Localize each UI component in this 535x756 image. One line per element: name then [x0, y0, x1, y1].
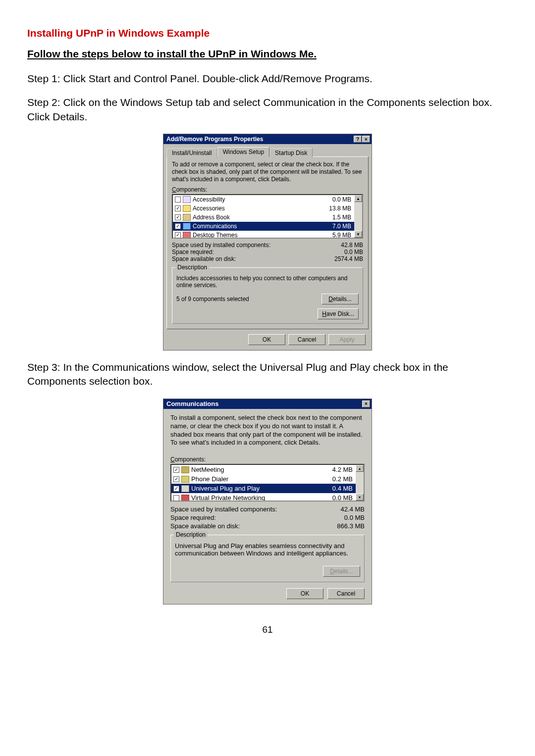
stat-label: Space available on disk: — [170, 522, 240, 530]
components-label: Components: — [170, 456, 365, 463]
subtitle: Follow the steps below to install the UP… — [27, 48, 508, 60]
scrollbar[interactable]: ▴ ▾ — [356, 465, 364, 501]
selected-count: 5 of 9 components selected — [176, 296, 249, 302]
item-name: Address Book — [193, 214, 332, 221]
netmeeting-icon — [181, 466, 189, 473]
close-button[interactable]: × — [362, 401, 370, 407]
stat-label: Space required: — [172, 249, 214, 255]
scrollbar[interactable]: ▲ ▼ — [354, 195, 362, 238]
dialog-buttons: OK Cancel Apply — [163, 332, 372, 350]
step-2: Step 2: Click on the Windows Setup tab a… — [27, 96, 508, 124]
checkbox[interactable] — [173, 476, 179, 482]
description-text: Includes accessories to help you connect… — [176, 275, 359, 289]
checkbox[interactable] — [173, 467, 179, 473]
folder-icon — [183, 205, 191, 212]
checkbox[interactable] — [173, 495, 179, 501]
components-listbox[interactable]: NetMeeting 4.2 MB Phone Dialer 0.2 MB Un… — [170, 464, 365, 502]
themes-icon — [183, 232, 191, 238]
help-button[interactable]: ? — [354, 136, 362, 143]
space-stats: Space used by installed components:42.4 … — [170, 505, 365, 530]
item-name: NetMeeting — [191, 466, 332, 473]
item-size: 0.0 MB — [332, 196, 352, 203]
scroll-down-button[interactable]: ▼ — [354, 231, 362, 238]
stat-value: 866.3 MB — [337, 522, 365, 530]
scroll-track[interactable] — [356, 472, 364, 494]
list-item[interactable]: Desktop Themes 5.9 MB — [173, 231, 354, 238]
globe-icon — [183, 223, 191, 230]
checkbox[interactable] — [175, 205, 181, 211]
step-3: Step 3: In the Communications window, se… — [27, 360, 508, 389]
item-size: 4.2 MB — [332, 466, 354, 473]
description-legend: Description — [175, 264, 209, 271]
description-text: Universal Plug and Play enables seamless… — [175, 542, 360, 557]
step-1: Step 1: Click Start and Control Panel. D… — [27, 72, 508, 86]
titlebar[interactable]: Communications × — [163, 399, 372, 409]
item-size: 1.5 MB — [332, 214, 352, 221]
item-size: 13.8 MB — [329, 205, 352, 212]
item-name: Accessibility — [193, 196, 332, 203]
stat-label: Space used by installed components: — [170, 505, 277, 513]
item-name: Communications — [193, 223, 332, 230]
stat-value: 0.0 MB — [344, 249, 363, 255]
tab-startup-disk[interactable]: Startup Disk — [269, 148, 313, 157]
instructions: To add or remove a component, select or … — [172, 161, 363, 183]
checkbox[interactable] — [175, 214, 181, 220]
list-item[interactable]: Virtual Private Networking 0.0 MB — [171, 493, 356, 501]
description-legend: Description — [174, 531, 208, 538]
components-listbox[interactable]: Accessibility 0.0 MB Accessories 13.8 MB… — [172, 194, 363, 239]
scroll-track[interactable] — [354, 202, 362, 231]
item-name: Virtual Private Networking — [191, 494, 332, 501]
checkbox[interactable] — [175, 197, 181, 202]
tab-windows-setup[interactable]: Windows Setup — [217, 147, 269, 157]
tab-panel: To add or remove a component, select or … — [166, 156, 369, 329]
list-item[interactable]: Universal Plug and Play 0.4 MB — [171, 484, 356, 493]
item-name: Accessories — [193, 205, 329, 212]
item-name: Universal Plug and Play — [191, 485, 332, 492]
upnp-icon — [181, 485, 189, 492]
ok-button[interactable]: OK — [248, 334, 285, 345]
stat-label: Space used by installed components: — [172, 242, 270, 249]
close-button[interactable]: × — [362, 136, 370, 143]
description-group: Description Universal Plug and Play enab… — [170, 535, 365, 582]
titlebar[interactable]: Add/Remove Programs Properties ? × — [163, 134, 372, 144]
components-label: Components: — [172, 186, 363, 193]
description-group: Description Includes accessories to help… — [172, 267, 363, 324]
item-size: 0.4 MB — [332, 485, 354, 492]
cancel-button[interactable]: Cancel — [327, 588, 365, 599]
scroll-down-button[interactable]: ▾ — [356, 494, 364, 501]
cancel-button[interactable]: Cancel — [288, 334, 325, 345]
list-item[interactable]: Phone Dialer 0.2 MB — [171, 474, 356, 484]
page-number: 61 — [27, 624, 508, 635]
add-remove-dialog: Add/Remove Programs Properties ? × Insta… — [163, 134, 372, 351]
space-stats: Space used by installed components:42.8 … — [172, 242, 363, 262]
details-button[interactable]: Details... — [321, 294, 359, 304]
item-size: 0.0 MB — [332, 494, 354, 501]
details-button[interactable]: Details... — [323, 566, 360, 577]
communications-dialog: Communications × To install a component,… — [163, 399, 372, 605]
apply-button[interactable]: Apply — [328, 334, 366, 345]
checkbox[interactable] — [175, 232, 181, 238]
tab-install-uninstall[interactable]: Install/Uninstall — [166, 148, 217, 157]
ok-button[interactable]: OK — [286, 588, 323, 599]
item-size: 7.0 MB — [332, 223, 352, 230]
stat-label: Space available on disk: — [172, 255, 236, 262]
checkbox[interactable] — [173, 486, 179, 492]
list-item[interactable]: Address Book 1.5 MB — [173, 213, 354, 222]
accessibility-icon — [183, 196, 191, 203]
list-item[interactable]: NetMeeting 4.2 MB — [171, 465, 356, 474]
stat-value: 2574.4 MB — [334, 255, 363, 262]
stat-value: 42.4 MB — [341, 505, 365, 513]
have-disk-button[interactable]: Have Disk... — [318, 308, 359, 319]
scroll-up-button[interactable]: ▲ — [354, 195, 362, 202]
item-size: 5.9 MB — [332, 232, 352, 238]
list-item[interactable]: Accessibility 0.0 MB — [173, 195, 354, 204]
vpn-icon — [181, 495, 189, 501]
item-name: Phone Dialer — [191, 475, 332, 483]
scroll-up-button[interactable]: ▴ — [356, 465, 364, 472]
checkbox[interactable] — [175, 223, 181, 229]
list-item[interactable]: Accessories 13.8 MB — [173, 204, 354, 213]
stat-value: 0.0 MB — [344, 514, 365, 521]
phone-icon — [181, 476, 189, 483]
book-icon — [183, 214, 191, 221]
list-item[interactable]: Communications 7.0 MB — [173, 222, 354, 231]
